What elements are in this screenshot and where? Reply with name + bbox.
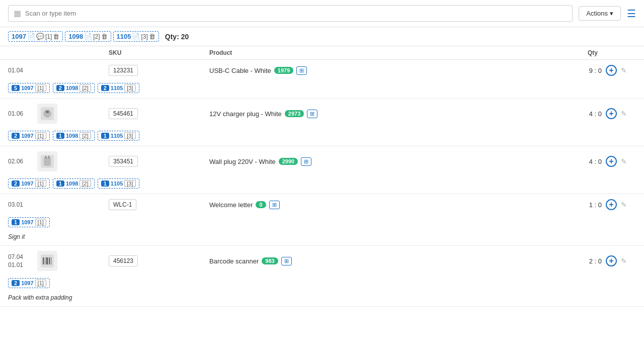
product-sku-col: 545461 xyxy=(109,108,209,119)
product-add-button[interactable]: + xyxy=(606,199,617,210)
product-sku-col: 123231 xyxy=(109,65,209,76)
tag-id: 1105 xyxy=(111,133,123,139)
product-row-actions: + ✎ xyxy=(606,199,636,210)
product-location: 07.04 xyxy=(8,253,23,260)
product-name-col: 12V charger plug - White 2973 ⊞ xyxy=(209,110,545,118)
actions-button[interactable]: Actions ▾ xyxy=(579,6,621,21)
order-tab-1097[interactable]: 1097 📄 💬 [1] 🗑 xyxy=(8,31,63,42)
product-sku-col: 353451 xyxy=(109,156,209,167)
product-expand-icon[interactable]: ⊞ xyxy=(301,157,311,166)
product-sku: 456123 xyxy=(109,255,138,266)
product-sku: 353451 xyxy=(109,156,138,167)
product-tags: 2 1097 [1] 1 1098 [2] 1 1105 [3] xyxy=(0,176,644,194)
product-row: 03.01 WLC-1 Welcome letter 0 ⊞ 1 : 0 + ✎… xyxy=(0,194,644,246)
tag-num: 2 xyxy=(12,180,20,187)
order-tab-1098[interactable]: 1098 📄 [2] 🗑 xyxy=(65,31,111,42)
header-product: Product xyxy=(209,49,545,56)
product-sku-col: WLC-1 xyxy=(109,199,209,210)
tab-doc-icon-1105: 📄 xyxy=(132,33,140,40)
product-name-text: USB-C Cable - White xyxy=(209,67,271,74)
product-expand-icon[interactable]: ⊞ xyxy=(296,66,307,75)
actions-arrow: ▾ xyxy=(610,10,613,17)
product-name-text: Wall plug 220V - White xyxy=(209,158,276,165)
product-tag[interactable]: 2 1105 [3] xyxy=(98,83,139,93)
product-edit-button[interactable]: ✎ xyxy=(621,201,627,209)
header-location xyxy=(8,49,109,56)
tag-count: [2] xyxy=(79,180,91,187)
header-sku: SKU xyxy=(109,49,209,56)
product-main-row: 01.04 123231 USB-C Cable - White 1979 ⊞ … xyxy=(0,60,644,81)
tab-id-1098[interactable]: 1098 xyxy=(68,33,83,40)
tag-num: 2 xyxy=(12,133,20,139)
tag-count: [2] xyxy=(79,132,91,139)
product-edit-button[interactable]: ✎ xyxy=(621,257,627,265)
product-location-col: 01.04 xyxy=(8,67,109,74)
header-qty: Qty xyxy=(545,49,606,56)
product-edit-button[interactable]: ✎ xyxy=(621,157,627,165)
scan-input[interactable] xyxy=(25,10,567,17)
product-name-text: 12V charger plug - White xyxy=(209,110,282,118)
barcode-icon: ▦ xyxy=(14,9,21,18)
tag-id: 1097 xyxy=(21,133,33,139)
product-main-row: 02.06 353451 Wall plug 220V - White 2990… xyxy=(0,146,644,176)
product-sku: WLC-1 xyxy=(109,199,136,210)
svg-rect-10 xyxy=(45,257,45,264)
product-tag[interactable]: 2 1097 [1] xyxy=(8,278,50,288)
tab-delete-1097[interactable]: 🗑 xyxy=(53,33,59,40)
product-location: 01.04 xyxy=(8,67,23,74)
product-qty: 9 : 0 xyxy=(545,67,606,74)
tag-num: 1 xyxy=(56,133,64,139)
table-header: SKU Product Qty xyxy=(0,46,644,60)
product-tag[interactable]: 1 1105 [3] xyxy=(98,178,139,189)
tag-id: 1098 xyxy=(66,133,78,139)
product-badge: 983 xyxy=(262,257,278,264)
tag-count: [1] xyxy=(35,132,46,139)
product-tag[interactable]: 1 1098 [2] xyxy=(53,178,95,189)
product-add-button[interactable]: + xyxy=(606,65,617,76)
product-tag[interactable]: 1 1098 [2] xyxy=(53,131,95,141)
product-row-actions: + ✎ xyxy=(606,255,636,266)
tag-count: [3] xyxy=(124,180,135,187)
tag-num: 5 xyxy=(12,85,20,91)
svg-rect-2 xyxy=(46,111,47,113)
product-add-button[interactable]: + xyxy=(606,255,617,266)
product-tag[interactable]: 1 1105 [3] xyxy=(98,131,139,141)
tab-delete-1105[interactable]: 🗑 xyxy=(149,33,155,40)
product-row: 07.0401.01 456123 Barcode scanner 983 ⊞ … xyxy=(0,246,644,307)
tag-count: [3] xyxy=(124,132,135,139)
qty-total: Qty: 20 xyxy=(165,33,189,41)
product-main-row: 07.0401.01 456123 Barcode scanner 983 ⊞ … xyxy=(0,246,644,276)
product-add-button[interactable]: + xyxy=(606,156,617,167)
product-expand-icon[interactable]: ⊞ xyxy=(307,110,317,118)
product-name-text: Welcome letter xyxy=(209,201,253,209)
header-actions xyxy=(606,49,636,56)
hamburger-icon[interactable]: ☰ xyxy=(627,8,636,20)
tab-delete-1098[interactable]: 🗑 xyxy=(101,33,108,40)
tab-chat-icon-1097: 💬 xyxy=(36,33,44,40)
tab-id-1097[interactable]: 1097 xyxy=(12,33,26,40)
product-edit-button[interactable]: ✎ xyxy=(621,110,627,118)
tag-num: 1 xyxy=(101,180,109,187)
product-edit-button[interactable]: ✎ xyxy=(621,66,627,74)
order-tab-1105[interactable]: 1105 📄 [3] 🗑 xyxy=(113,31,159,42)
top-bar: ▦ Actions ▾ ☰ xyxy=(0,0,644,27)
actions-label: Actions xyxy=(586,10,608,17)
product-tag[interactable]: 2 1098 [2] xyxy=(53,83,95,93)
product-expand-icon[interactable]: ⊞ xyxy=(281,257,292,265)
product-tag[interactable]: 2 1097 [1] xyxy=(8,178,50,189)
product-location-col: 07.0401.01 xyxy=(8,251,109,271)
tab-id-1105[interactable]: 1105 xyxy=(117,33,131,40)
product-location-col: 03.01 xyxy=(8,201,109,208)
tab-count-1105: [3] xyxy=(141,33,147,40)
product-location: 02.06 xyxy=(8,158,23,165)
product-qty: 1 : 0 xyxy=(545,201,606,209)
product-tag[interactable]: 1 1097 [1] xyxy=(8,217,50,227)
product-expand-icon[interactable]: ⊞ xyxy=(269,201,280,209)
product-row-actions: + ✎ xyxy=(606,108,636,119)
scan-input-wrapper: ▦ xyxy=(8,5,573,22)
product-note: Sign it xyxy=(0,232,644,245)
product-tags: 1 1097 [1] xyxy=(0,215,644,232)
product-add-button[interactable]: + xyxy=(606,108,617,119)
product-tag[interactable]: 5 1097 [1] xyxy=(8,83,50,93)
product-tag[interactable]: 2 1097 [1] xyxy=(8,131,50,141)
